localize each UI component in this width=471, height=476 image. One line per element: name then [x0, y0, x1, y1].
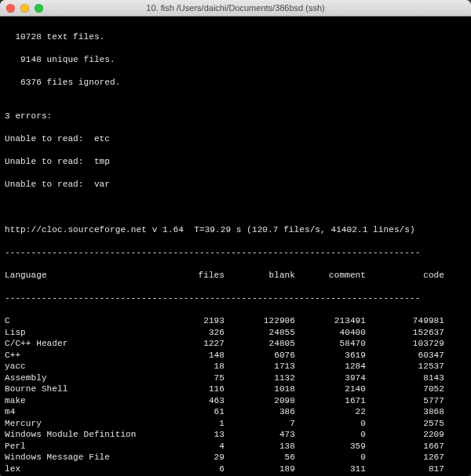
cell-comment: 0	[295, 452, 366, 463]
cell-blank: 56	[225, 452, 295, 463]
cell-code: 749981	[366, 315, 444, 327]
cell-comment: 311	[295, 463, 366, 475]
table-row: m461386223868	[5, 406, 466, 418]
close-icon[interactable]	[6, 4, 15, 13]
cell-code: 817	[366, 463, 444, 475]
table-row: C/C++ Header12272480558470103729	[5, 338, 466, 350]
titlebar[interactable]: 10. fish /Users/daichi/Documents/386bsd …	[0, 0, 471, 16]
cell-language: Lisp	[5, 327, 154, 339]
col-files: files	[154, 270, 225, 282]
cell-code: 2575	[366, 418, 444, 430]
cell-language: Perl	[5, 441, 154, 452]
terminal-viewport[interactable]: 10728 text files. 9148 unique files. 637…	[0, 16, 471, 476]
table-row: C2193122906213491749981	[5, 315, 466, 327]
table-row: C++1486076361960347	[5, 350, 466, 362]
table-row: Bourne Shell116101821407052	[5, 383, 466, 395]
cell-comment: 359	[295, 441, 366, 452]
output-line: 10728 text files.	[5, 31, 466, 43]
cell-comment: 0	[295, 418, 366, 430]
table-row: lex6189311817	[5, 463, 466, 475]
cell-blank: 122906	[225, 315, 295, 327]
cell-code: 3868	[366, 406, 444, 418]
cell-blank: 1713	[225, 361, 295, 372]
cell-blank: 1132	[225, 372, 295, 384]
table-row: yacc181713128412537	[5, 361, 466, 372]
cell-code: 12537	[366, 361, 444, 372]
cell-language: Windows Module Definition	[5, 429, 154, 441]
cell-language: Mercury	[5, 418, 154, 430]
cell-language: lex	[5, 463, 154, 475]
cell-blank: 7	[225, 418, 295, 430]
minimize-icon[interactable]	[20, 4, 29, 13]
cell-language: C/C++ Header	[5, 338, 154, 350]
divider: ----------------------------------------…	[5, 247, 466, 259]
cell-comment: 1671	[295, 395, 366, 407]
cell-files: 1227	[154, 338, 225, 350]
zoom-icon[interactable]	[35, 4, 43, 13]
cell-comment: 2140	[295, 383, 366, 395]
cell-blank: 24855	[225, 327, 295, 339]
output-line: 9148 unique files.	[5, 54, 466, 66]
divider: ----------------------------------------…	[5, 293, 466, 304]
cell-code: 1667	[366, 441, 444, 452]
cell-comment: 58470	[295, 338, 366, 350]
cell-files: 75	[154, 372, 225, 384]
table-row: Mercury1702575	[5, 418, 466, 430]
table-row: make463209816715777	[5, 395, 466, 407]
table-row: Perl41383591667	[5, 441, 466, 452]
output-line: 6376 files ignored.	[5, 77, 466, 89]
cell-files: 61	[154, 406, 225, 418]
cell-comment: 213491	[295, 315, 366, 327]
cell-blank: 1018	[225, 383, 295, 395]
cell-comment: 1284	[295, 361, 366, 372]
cell-language: C++	[5, 350, 154, 362]
cell-files: 1	[154, 418, 225, 430]
cell-code: 103729	[366, 338, 444, 350]
output-line: Unable to read: etc	[5, 133, 466, 145]
cell-files: 2193	[154, 315, 225, 327]
table-header: Language files blank comment code	[5, 270, 466, 282]
cell-blank: 2098	[225, 395, 295, 407]
cell-code: 5777	[366, 395, 444, 407]
cell-language: m4	[5, 406, 154, 418]
output-line	[5, 202, 466, 213]
cell-files: 326	[154, 327, 225, 339]
cell-files: 4	[154, 441, 225, 452]
cell-code: 8143	[366, 372, 444, 384]
cell-language: yacc	[5, 361, 154, 372]
col-comment: comment	[295, 270, 366, 282]
cell-blank: 189	[225, 463, 295, 475]
cell-files: 463	[154, 395, 225, 407]
cell-comment: 0	[295, 429, 366, 441]
cell-code: 2209	[366, 429, 444, 441]
cell-language: Windows Message File	[5, 452, 154, 463]
table-row: Windows Message File295601267	[5, 452, 466, 463]
cell-language: make	[5, 395, 154, 407]
cell-blank: 6076	[225, 350, 295, 362]
col-blank: blank	[225, 270, 295, 282]
traffic-lights	[0, 4, 43, 13]
cell-files: 29	[154, 452, 225, 463]
cell-files: 6	[154, 463, 225, 475]
cell-code: 7052	[366, 383, 444, 395]
cell-comment: 40400	[295, 327, 366, 339]
cell-files: 13	[154, 429, 225, 441]
cell-files: 116	[154, 383, 225, 395]
cell-files: 148	[154, 350, 225, 362]
cell-code: 152637	[366, 327, 444, 339]
cell-comment: 3619	[295, 350, 366, 362]
table-body: C2193122906213491749981Lisp3262485540400…	[5, 315, 466, 476]
table-row: Windows Module Definition1347302209	[5, 429, 466, 441]
cell-language: C	[5, 315, 154, 327]
cell-files: 18	[154, 361, 225, 372]
output-line: Unable to read: tmp	[5, 156, 466, 168]
cell-blank: 24805	[225, 338, 295, 350]
cell-comment: 22	[295, 406, 366, 418]
cell-blank: 386	[225, 406, 295, 418]
col-language: Language	[5, 270, 154, 282]
cell-code: 60347	[366, 350, 444, 362]
table-row: Lisp3262485540400152637	[5, 327, 466, 339]
table-row: Assembly75113239748143	[5, 372, 466, 384]
cell-language: Bourne Shell	[5, 383, 154, 395]
cell-code: 1267	[366, 452, 444, 463]
